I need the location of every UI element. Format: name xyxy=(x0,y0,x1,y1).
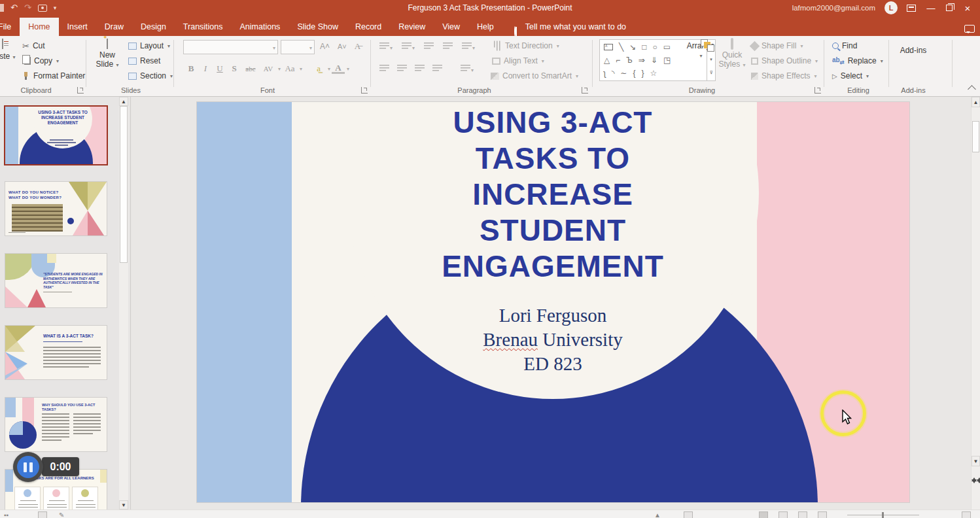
tab-slide-show[interactable]: Slide Show xyxy=(289,18,347,36)
format-painter-button[interactable]: Format Painter xyxy=(22,69,85,82)
quick-styles-button[interactable]: QuickStyles ▾ xyxy=(717,39,747,70)
text-direction-button[interactable]: Text Direction▾ xyxy=(492,39,559,52)
highlight-color-button[interactable]: a͇ xyxy=(311,63,326,74)
clear-formatting-button[interactable]: A̶ xyxy=(355,41,360,52)
thumbnail-scroll-up-icon[interactable]: ▲ xyxy=(119,97,128,106)
shape-outline-button[interactable]: Shape Outline▾ xyxy=(751,54,818,67)
paragraph-dialog-launcher[interactable] xyxy=(582,87,588,94)
font-name-combo[interactable]: ▾ xyxy=(183,40,278,54)
clipboard-dialog-launcher[interactable] xyxy=(77,87,84,94)
numbering-button[interactable]: ▾ xyxy=(402,42,415,52)
text-shadow-button[interactable]: S xyxy=(228,63,241,74)
arrange-button[interactable]: Arrange▾ xyxy=(684,39,717,61)
tab-animations[interactable]: Animations xyxy=(232,18,289,36)
decrease-indent-button[interactable] xyxy=(424,42,434,52)
align-text-button[interactable]: Align Text▾ xyxy=(492,54,544,67)
slideshow-view-button[interactable] xyxy=(818,511,827,518)
italic-button[interactable]: I xyxy=(199,63,212,74)
strikethrough-button[interactable]: abc xyxy=(242,65,259,73)
tab-draw[interactable]: Draw xyxy=(96,18,132,36)
close-button[interactable]: × xyxy=(962,3,973,14)
minimize-button[interactable]: — xyxy=(925,3,937,13)
tab-record[interactable]: Record xyxy=(347,18,390,36)
account-email[interactable]: lafmom2000@gmail.com xyxy=(792,4,875,12)
normal-view-button[interactable] xyxy=(759,511,768,518)
tab-view[interactable]: View xyxy=(434,18,468,36)
reset-button[interactable]: Reset xyxy=(128,54,160,67)
bullets-button[interactable]: ▾ xyxy=(379,42,393,52)
fit-slide-button[interactable] xyxy=(962,511,971,518)
zoom-slider-knob[interactable] xyxy=(882,512,884,518)
restore-button[interactable] xyxy=(946,5,953,11)
align-right-button[interactable] xyxy=(415,64,425,74)
slide-thumbnail-5[interactable]: WHY SHOULD YOU USE 3-ACT TASKS? xyxy=(5,398,107,451)
align-left-button[interactable] xyxy=(379,64,389,74)
notes-button[interactable]: ▲ xyxy=(654,511,661,518)
slide-sorter-view-button[interactable] xyxy=(779,511,788,518)
ribbon-home: Paste ▾ ✂ Cut Copy▾ Format Painter Clipb… xyxy=(0,36,980,97)
align-center-button[interactable] xyxy=(397,64,407,74)
main-scrollbar[interactable]: ▲ ▼ xyxy=(971,97,980,509)
change-case-button[interactable]: Aa xyxy=(282,63,298,74)
select-button[interactable]: ▷ Select▾ xyxy=(832,69,869,82)
paste-button[interactable]: Paste ▾ xyxy=(0,39,20,62)
find-button[interactable]: Find xyxy=(832,39,857,52)
increase-indent-button[interactable] xyxy=(443,42,453,52)
spellcheck-indicator[interactable]: ✎ xyxy=(59,511,64,518)
font-dialog-launcher[interactable] xyxy=(361,87,368,94)
thumbnail-panel-scrollbar[interactable]: ▲ ▼ xyxy=(119,97,128,509)
scroll-up-icon[interactable]: ▲ xyxy=(971,97,980,107)
accessibility-indicator[interactable] xyxy=(38,511,47,518)
ribbon-display-options-icon[interactable] xyxy=(907,5,916,12)
slide-thumbnail-2[interactable]: WHAT DO YOU NOTICE? WHAT DO YOU WONDER? xyxy=(5,182,107,235)
copy-button[interactable]: Copy▾ xyxy=(22,54,59,67)
tab-transitions[interactable]: Transitions xyxy=(175,18,232,36)
tell-me-box[interactable]: Tell me what you want to do xyxy=(514,18,626,36)
tab-insert[interactable]: Insert xyxy=(59,18,96,36)
font-color-button[interactable]: A xyxy=(332,64,345,74)
scroll-down-icon[interactable]: ▼ xyxy=(971,456,980,466)
replace-button[interactable]: ab⇄ Replace▾ xyxy=(832,54,883,67)
slide-thumbnail-4[interactable]: WHAT IS A 3-ACT TASK? xyxy=(5,326,107,379)
layout-button[interactable]: Layout▾ xyxy=(128,39,170,52)
drawing-dialog-launcher[interactable] xyxy=(814,87,821,94)
thumbnail-scroll-down-icon[interactable]: ▼ xyxy=(119,500,128,509)
thumbnail-scrollbar-thumb[interactable] xyxy=(120,106,128,263)
line-spacing-button[interactable]: ▾ xyxy=(462,42,475,52)
comments-button[interactable] xyxy=(684,511,693,518)
slide-subtitle-textbox[interactable]: Lori Ferguson Brenau University ED 823 xyxy=(389,303,716,376)
font-size-combo[interactable]: ▾ xyxy=(281,40,315,54)
textbox-shape-icon[interactable]: A xyxy=(604,44,613,50)
collapse-ribbon-button[interactable] xyxy=(968,85,976,94)
justify-button[interactable] xyxy=(432,64,442,74)
new-slide-button[interactable]: New Slide ▾ xyxy=(90,39,124,70)
underline-button[interactable]: U xyxy=(213,63,226,74)
tab-review[interactable]: Review xyxy=(390,18,434,36)
tab-help[interactable]: Help xyxy=(468,18,502,36)
decrease-font-button[interactable]: A˅ xyxy=(338,43,347,50)
main-scrollbar-thumb[interactable] xyxy=(972,121,979,152)
cut-button[interactable]: ✂ Cut xyxy=(22,39,45,52)
slide-thumbnail-3[interactable]: "STUDENTS ARE MORE ENGAGED IN MATHEMATIC… xyxy=(5,254,107,307)
shape-fill-button[interactable]: Shape Fill▾ xyxy=(751,39,803,52)
bold-button[interactable]: B xyxy=(184,63,198,74)
previous-slide-button[interactable] xyxy=(971,466,980,478)
character-spacing-button[interactable]: AV xyxy=(260,65,276,73)
slide-editing-area[interactable]: USING 3-ACT TASKS TO INCREASE STUDENT EN… xyxy=(197,102,909,502)
avatar[interactable]: L xyxy=(884,1,898,14)
recording-pause-button[interactable] xyxy=(13,452,43,482)
slide-title-textbox[interactable]: USING 3-ACT TASKS TO INCREASE STUDENT EN… xyxy=(357,105,749,285)
section-button[interactable]: Section▾ xyxy=(128,69,173,82)
slide-thumbnail-1[interactable]: USING 3-ACT TASKS TO INCREASE STUDENT EN… xyxy=(5,107,107,164)
increase-font-button[interactable]: A˄ xyxy=(320,42,330,51)
addins-button[interactable]: Add-ins xyxy=(895,39,932,55)
shape-effects-button[interactable]: Shape Effects▾ xyxy=(751,69,817,82)
tab-home[interactable]: Home xyxy=(20,18,58,36)
next-slide-button[interactable] xyxy=(971,483,980,495)
convert-smartart-button[interactable]: Convert to SmartArt▾ xyxy=(491,69,578,82)
reading-view-button[interactable] xyxy=(798,511,807,518)
tab-file[interactable]: File xyxy=(0,18,20,36)
tab-design[interactable]: Design xyxy=(132,18,175,36)
feedback-icon[interactable] xyxy=(964,25,975,33)
columns-button[interactable]: ▾ xyxy=(461,64,474,74)
